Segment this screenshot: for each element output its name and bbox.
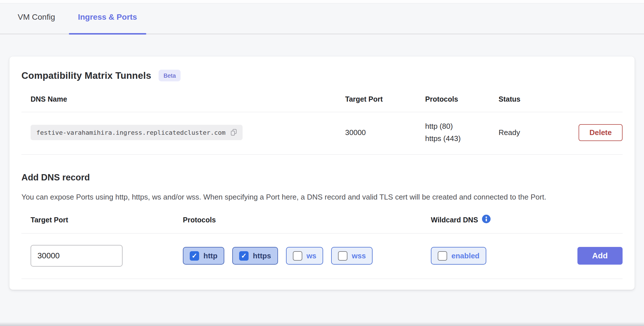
add-button[interactable]: Add (577, 247, 623, 265)
protocol-checkbox-wss[interactable]: ✓ wss (331, 247, 373, 265)
info-icon[interactable] (482, 215, 491, 223)
protocols-cell: http (80) https (443) (425, 122, 499, 143)
panel-title: Compatibility Matrix Tunnels (21, 70, 151, 81)
protocol-checkbox-ws[interactable]: ✓ ws (286, 247, 323, 265)
label-protocols: Protocols (183, 216, 431, 224)
checkbox-icon: ✓ (239, 251, 249, 261)
tab-vm-config[interactable]: VM Config (18, 3, 55, 34)
tunnels-panel: Compatibility Matrix Tunnels Beta DNS Na… (9, 57, 635, 290)
wildcard-dns-text: Wildcard DNS (431, 216, 478, 224)
protocol-option-label: ws (307, 251, 317, 260)
checkbox-icon: ✓ (338, 251, 347, 261)
protocol-option-label: https (253, 251, 271, 260)
wildcard-enabled-checkbox[interactable]: ✓ enabled (431, 247, 486, 265)
label-target-port: Target Port (21, 216, 183, 224)
panel-header: Compatibility Matrix Tunnels Beta (21, 70, 623, 81)
label-wildcard-dns: Wildcard DNS (431, 216, 570, 224)
bottom-shadow (0, 322, 644, 326)
target-port-field-cell (21, 245, 183, 267)
add-dns-record-title: Add DNS record (21, 172, 623, 183)
checkbox-icon: ✓ (293, 251, 302, 261)
column-header-protocols: Protocols (425, 95, 499, 103)
add-dns-record-description: You can expose Ports using http, https, … (21, 191, 604, 203)
protocol-option-label: wss (352, 251, 366, 260)
dns-name-pill: festive-varahamihira.ingress.replicatedc… (31, 125, 243, 140)
tunnels-table-header: DNS Name Target Port Protocols Status (21, 81, 623, 112)
copy-icon[interactable] (230, 128, 237, 136)
wildcard-option-cell: ✓ enabled (431, 247, 570, 265)
protocol-line-http: http (80) (425, 122, 499, 131)
wildcard-option-label: enabled (451, 251, 479, 260)
dns-name-cell: festive-varahamihira.ingress.replicatedc… (21, 125, 345, 140)
top-header-strip (0, 0, 644, 3)
protocol-checkbox-https[interactable]: ✓ https (232, 247, 278, 265)
protocol-checkbox-http[interactable]: ✓ http (183, 247, 224, 265)
checkbox-icon: ✓ (190, 251, 199, 261)
checkbox-icon: ✓ (438, 251, 447, 261)
target-port-cell: 30000 (345, 128, 425, 137)
form-controls-row: ✓ http ✓ https ✓ ws ✓ wss ✓ enabled Add (21, 234, 623, 279)
tab-bar: VM Config Ingress & Ports (0, 3, 644, 34)
column-header-target-port: Target Port (345, 95, 425, 103)
protocol-options: ✓ http ✓ https ✓ ws ✓ wss (183, 247, 431, 265)
protocol-option-label: http (203, 251, 217, 260)
column-header-dns-name: DNS Name (21, 95, 345, 103)
table-row: festive-varahamihira.ingress.replicatedc… (21, 112, 623, 155)
delete-button[interactable]: Delete (579, 124, 623, 141)
form-labels-row: Target Port Protocols Wildcard DNS (21, 203, 623, 234)
target-port-input[interactable] (31, 245, 123, 267)
status-cell: Ready (499, 128, 571, 137)
dns-name-value: festive-varahamihira.ingress.replicatedc… (36, 129, 225, 136)
column-header-status: Status (499, 95, 571, 103)
beta-badge: Beta (159, 70, 181, 81)
tab-ingress-ports[interactable]: Ingress & Ports (69, 3, 146, 34)
protocol-line-https: https (443) (425, 134, 499, 143)
